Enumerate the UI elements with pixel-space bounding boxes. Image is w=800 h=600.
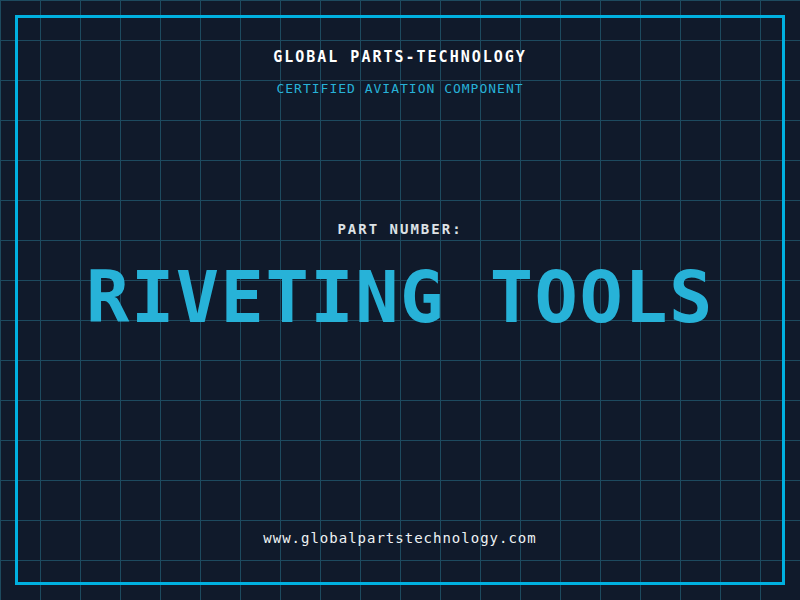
part-number-label: PART NUMBER: [337, 221, 462, 237]
part-number-value-section: RIVETING TOOLS [0, 256, 800, 338]
page-title: GLOBAL PARTS-TECHNOLOGY [273, 48, 527, 66]
part-number-section: PART NUMBER: [0, 217, 800, 241]
subheader: CERTIFIED AVIATION COMPONENT [0, 77, 800, 99]
footer: www.globalpartstechnology.com [0, 526, 800, 550]
header: GLOBAL PARTS-TECHNOLOGY [0, 44, 800, 70]
footer-url: www.globalpartstechnology.com [263, 530, 536, 546]
page-subtitle: CERTIFIED AVIATION COMPONENT [276, 81, 523, 96]
part-number-value: RIVETING TOOLS [86, 255, 714, 339]
blueprint-card: { "header": { "title": "GLOBAL PARTS-TEC… [0, 0, 800, 600]
